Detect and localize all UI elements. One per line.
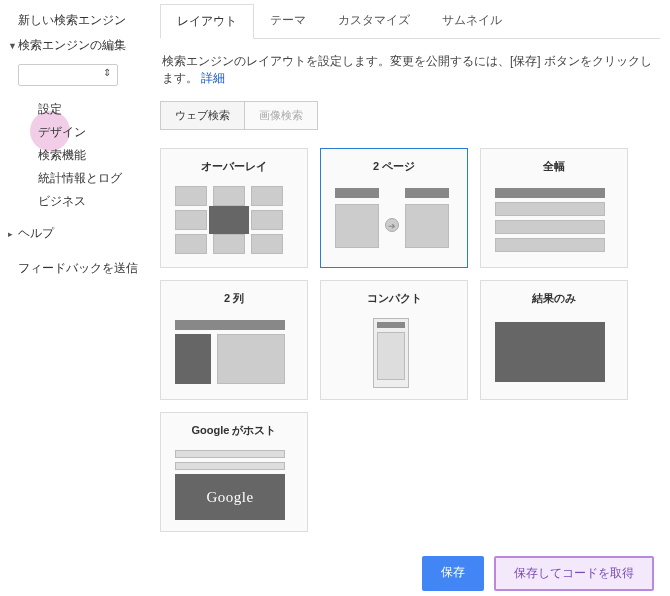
- description-text: 検索エンジンのレイアウトを設定します。変更を公開するには、[保存] ボタンをクリ…: [162, 54, 652, 85]
- arrow-icon: ➔: [385, 218, 399, 232]
- tab-row: レイアウト テーマ カスタマイズ サムネイル: [160, 0, 660, 39]
- save-get-code-button[interactable]: 保存してコードを取得: [494, 556, 654, 591]
- subnav-design[interactable]: デザイン: [38, 121, 150, 144]
- tab-theme[interactable]: テーマ: [254, 4, 322, 38]
- save-button[interactable]: 保存: [422, 556, 484, 591]
- layout-two-page[interactable]: 2 ページ ➔: [320, 148, 468, 268]
- layout-full-width[interactable]: 全幅: [480, 148, 628, 268]
- layout-results-only[interactable]: 結果のみ: [480, 280, 628, 400]
- subnav-search-features[interactable]: 検索機能: [38, 144, 150, 167]
- layout-two-page-label: 2 ページ: [325, 153, 463, 182]
- subtab-web[interactable]: ウェブ検索: [161, 102, 244, 129]
- subtab-image[interactable]: 画像検索: [244, 102, 317, 129]
- description: 検索エンジンのレイアウトを設定します。変更を公開するには、[保存] ボタンをクリ…: [160, 39, 660, 101]
- nav-new-engine-label: 新しい検索エンジン: [18, 13, 126, 27]
- layout-google-hosted-label: Google がホスト: [165, 417, 303, 446]
- layout-full-width-label: 全幅: [485, 153, 623, 182]
- subnav-settings[interactable]: 設定: [38, 98, 150, 121]
- engine-select[interactable]: [18, 64, 118, 86]
- main-panel: レイアウト テーマ カスタマイズ サムネイル 検索エンジンのレイアウトを設定しま…: [150, 0, 670, 596]
- nav-edit-engine[interactable]: ▼検索エンジンの編集: [8, 33, 150, 58]
- sub-nav: 設定 デザイン 検索機能 統計情報とログ ビジネス: [38, 98, 150, 213]
- nav-edit-engine-label: 検索エンジンの編集: [18, 38, 126, 52]
- tab-thumbnail[interactable]: サムネイル: [426, 4, 518, 38]
- tab-layout[interactable]: レイアウト: [160, 4, 254, 39]
- sidebar: 新しい検索エンジン ▼検索エンジンの編集 設定 デザイン 検索機能 統計情報とロ…: [0, 0, 150, 596]
- layout-compact[interactable]: コンパクト: [320, 280, 468, 400]
- subnav-business[interactable]: ビジネス: [38, 190, 150, 213]
- layout-results-only-label: 結果のみ: [485, 285, 623, 314]
- layout-overlay[interactable]: オーバーレイ: [160, 148, 308, 268]
- two-page-thumb: ➔: [325, 182, 463, 264]
- results-only-thumb: [485, 314, 623, 396]
- nav-new-engine[interactable]: 新しい検索エンジン: [8, 8, 150, 33]
- layout-two-column[interactable]: 2 列: [160, 280, 308, 400]
- nav-help-label: ヘルプ: [18, 226, 54, 240]
- chevron-down-icon: ▼: [8, 41, 18, 51]
- chevron-right-icon: ▸: [8, 229, 18, 239]
- layout-two-column-label: 2 列: [165, 285, 303, 314]
- tab-customize[interactable]: カスタマイズ: [322, 4, 426, 38]
- nav-feedback[interactable]: フィードバックを送信: [18, 256, 150, 281]
- subtab-row: ウェブ検索 画像検索: [160, 101, 318, 130]
- layout-overlay-label: オーバーレイ: [165, 153, 303, 182]
- compact-thumb: [325, 314, 463, 396]
- full-width-thumb: [485, 182, 623, 264]
- layout-compact-label: コンパクト: [325, 285, 463, 314]
- button-row: 保存 保存してコードを取得: [160, 532, 660, 596]
- google-logo: Google: [175, 489, 285, 506]
- two-column-thumb: [165, 314, 303, 396]
- layout-google-hosted[interactable]: Google がホスト Google: [160, 412, 308, 532]
- google-hosted-thumb: Google: [165, 446, 303, 528]
- subnav-stats-logs[interactable]: 統計情報とログ: [38, 167, 150, 190]
- layout-grid: オーバーレイ 2 ページ: [160, 148, 660, 532]
- nav-help[interactable]: ▸ヘルプ: [8, 221, 150, 246]
- overlay-thumb: [165, 182, 303, 264]
- details-link[interactable]: 詳細: [201, 71, 225, 85]
